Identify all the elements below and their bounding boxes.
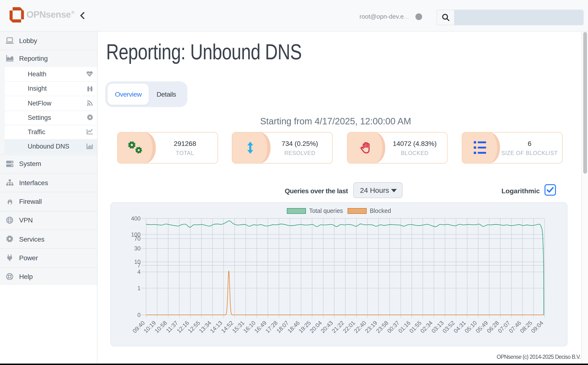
- svg-text:30: 30: [134, 245, 141, 252]
- svg-text:03:13: 03:13: [430, 320, 445, 334]
- svg-text:12:16: 12:16: [175, 320, 190, 334]
- svg-text:03:52: 03:52: [441, 320, 456, 334]
- svg-text:13:34: 13:34: [198, 320, 212, 334]
- svg-text:22:01: 22:01: [342, 320, 356, 334]
- svg-text:05:49: 05:49: [474, 320, 489, 334]
- svg-text:14:13: 14:13: [209, 320, 224, 334]
- svg-text:07:46: 07:46: [508, 320, 522, 334]
- svg-text:1: 1: [137, 285, 141, 291]
- svg-text:21:22: 21:22: [331, 320, 345, 334]
- svg-text:22:40: 22:40: [353, 320, 367, 334]
- svg-text:12:55: 12:55: [187, 320, 201, 334]
- svg-text:06:28: 06:28: [485, 320, 500, 334]
- svg-text:04:31: 04:31: [452, 320, 467, 334]
- svg-text:01:16: 01:16: [397, 320, 412, 334]
- svg-text:08:25: 08:25: [519, 320, 533, 334]
- svg-text:4: 4: [137, 269, 141, 275]
- svg-text:23:58: 23:58: [375, 320, 390, 334]
- svg-text:70: 70: [134, 235, 141, 242]
- svg-text:400: 400: [131, 215, 141, 222]
- svg-text:09:04: 09:04: [530, 320, 545, 334]
- svg-text:01:55: 01:55: [408, 320, 423, 334]
- svg-text:19:25: 19:25: [297, 320, 312, 334]
- svg-text:16:10: 16:10: [242, 320, 257, 334]
- svg-text:23:19: 23:19: [364, 320, 379, 334]
- svg-text:00:37: 00:37: [386, 320, 401, 334]
- svg-text:10:19: 10:19: [142, 320, 157, 334]
- svg-text:02:34: 02:34: [419, 320, 434, 334]
- svg-text:20:43: 20:43: [319, 320, 334, 334]
- svg-text:18:07: 18:07: [275, 320, 290, 334]
- svg-text:07:07: 07:07: [496, 320, 511, 334]
- svg-text:11:37: 11:37: [165, 320, 179, 334]
- svg-text:15:31: 15:31: [231, 320, 246, 334]
- svg-text:10:58: 10:58: [153, 320, 168, 334]
- svg-text:14:52: 14:52: [220, 320, 235, 334]
- svg-text:18:46: 18:46: [286, 320, 301, 334]
- svg-text:20:04: 20:04: [308, 320, 323, 334]
- svg-text:0: 0: [137, 312, 141, 318]
- svg-text:16:49: 16:49: [253, 320, 268, 334]
- svg-text:17:28: 17:28: [264, 320, 279, 334]
- svg-text:7: 7: [137, 262, 141, 269]
- svg-text:09:40: 09:40: [131, 320, 146, 334]
- svg-text:05:10: 05:10: [464, 320, 478, 334]
